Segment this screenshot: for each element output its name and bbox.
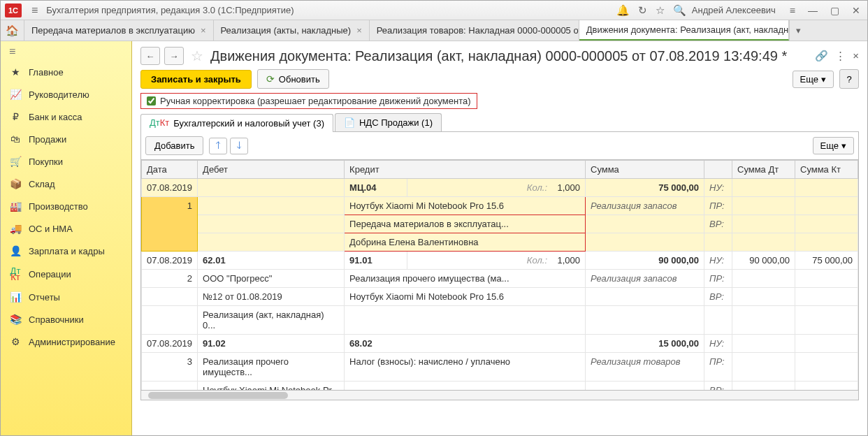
titlebar: 1C ≡ Бухгалтерия предприятия, редакция 3… xyxy=(1,1,867,20)
table-row[interactable]: Ноутбук Xiaomi Mi Notebook Pr... ВР: xyxy=(142,382,858,391)
tab-3[interactable]: Движения документа: Реализация (акт, нак… xyxy=(579,20,789,41)
page-title: Движения документа: Реализация (акт, нак… xyxy=(210,48,811,64)
person-icon: 👤 xyxy=(9,245,22,256)
tab-0[interactable]: Передача материалов в эксплуатацию× xyxy=(24,20,214,41)
inner-tab-vat[interactable]: 📄 НДС Продажи (1) xyxy=(335,113,442,131)
sidebar-item-manager[interactable]: 📈Руководителю xyxy=(1,83,131,106)
tabsbar: 🏠 Передача материалов в эксплуатацию× Ре… xyxy=(1,20,867,41)
star-icon[interactable]: ☆ xyxy=(656,4,665,17)
sidebar-item-bank[interactable]: ₽Банк и касса xyxy=(1,106,131,128)
factory-icon: 🏭 xyxy=(9,201,22,212)
sidebar-item-reports[interactable]: 📊Отчеты xyxy=(1,286,131,308)
sidebar-item-assets[interactable]: 🚚ОС и НМА xyxy=(1,217,131,240)
col-tag[interactable] xyxy=(704,161,732,179)
maximize-icon[interactable]: ▢ xyxy=(827,5,842,16)
link-icon[interactable]: 🔗 xyxy=(815,50,828,62)
sidebar-item-warehouse[interactable]: 📦Склад xyxy=(1,173,131,195)
table-row[interactable]: 2 ООО "Прогресс" Реализация прочего имущ… xyxy=(142,270,858,288)
help-button[interactable]: ? xyxy=(839,69,859,89)
close-icon[interactable]: ✕ xyxy=(849,5,863,16)
col-sum-dt[interactable]: Сумма Дт xyxy=(732,161,795,179)
col-sum-kt[interactable]: Сумма Кт xyxy=(795,161,858,179)
minimize-icon[interactable]: — xyxy=(805,5,820,16)
sidebar-item-hr[interactable]: 👤Зарплата и кадры xyxy=(1,240,131,262)
menu-icon[interactable]: ≡ xyxy=(26,4,43,17)
more-button[interactable]: Еще▾ xyxy=(793,71,834,88)
tab-1[interactable]: Реализация (акты, накладные)× xyxy=(214,20,370,41)
col-sum[interactable]: Сумма xyxy=(586,161,704,179)
sidebar-item-operations[interactable]: ДтКтОперации xyxy=(1,262,131,286)
star-icon: ★ xyxy=(9,66,22,78)
inner-tab-accounting[interactable]: ДтКт Бухгалтерский и налоговый учет (3) xyxy=(140,114,333,132)
sidebar-item-purchases[interactable]: 🛒Покупки xyxy=(1,150,131,173)
bell-icon[interactable]: 🔔 xyxy=(616,4,630,17)
dtbkt-icon: ДтКт xyxy=(150,120,169,126)
history-icon[interactable]: ↻ xyxy=(638,4,647,17)
table-row[interactable]: 07.08.2019 91.02 68.02 15 000,00 НУ: xyxy=(142,335,858,353)
manual-edit-label[interactable]: Ручная корректировка (разрешает редактир… xyxy=(160,96,471,106)
bars-icon: 📊 xyxy=(9,291,22,303)
sidebar-item-refs[interactable]: 📚Справочники xyxy=(1,308,131,330)
table-row[interactable]: Добрина Елена Валентиновна xyxy=(142,233,858,252)
back-button[interactable]: ← xyxy=(140,47,160,65)
refresh-icon: ⟳ xyxy=(266,73,275,85)
home-icon[interactable]: 🏠 xyxy=(1,20,24,41)
sidebar-item-admin[interactable]: ⚙Администрирование xyxy=(1,330,131,353)
tabs-dropdown-icon[interactable]: ▾ xyxy=(789,20,807,41)
more-icon[interactable]: ⋮ xyxy=(835,50,846,62)
manual-edit-checkbox[interactable] xyxy=(147,96,156,106)
main-area: ← → ☆ Движения документа: Реализация (ак… xyxy=(132,41,867,436)
user-label[interactable]: Андрей Алексеевич xyxy=(692,5,776,15)
forward-button[interactable]: → xyxy=(164,47,184,65)
move-down-button[interactable]: 🡓 xyxy=(230,138,248,154)
close-page-icon[interactable]: × xyxy=(853,50,859,62)
tab-2[interactable]: Реализация товаров: Накладная 0000-00000… xyxy=(370,20,579,41)
add-button[interactable]: Добавить xyxy=(145,136,203,155)
table-row[interactable]: Передача материалов в эксплуатац... ВР: xyxy=(142,215,858,233)
app-title: Бухгалтерия предприятия, редакция 3.0 (1… xyxy=(46,5,616,15)
cart-icon: 🛒 xyxy=(9,156,22,167)
tab-close-icon[interactable]: × xyxy=(201,25,206,36)
manual-edit-checkbox-row: Ручная корректировка (разрешает редактир… xyxy=(140,93,477,109)
gear-icon: ⚙ xyxy=(9,336,22,347)
dtbkt-icon: ДтКт xyxy=(9,268,22,280)
grid-more-button[interactable]: Еще▾ xyxy=(813,137,854,154)
entries-grid[interactable]: Дата Дебет Кредит Сумма Сумма Дт Сумма К… xyxy=(140,160,859,391)
hamburger-icon[interactable]: ≡ xyxy=(787,5,798,16)
table-row[interactable]: №12 от 01.08.2019 Ноутбук Xiaomi Mi Note… xyxy=(142,288,858,306)
doc-icon: 📄 xyxy=(344,117,355,128)
sidebar-toggle-icon[interactable]: ≡ xyxy=(1,45,131,61)
sidebar-item-production[interactable]: 🏭Производство xyxy=(1,195,131,217)
box-icon: 📦 xyxy=(9,178,22,189)
col-credit[interactable]: Кредит xyxy=(345,161,586,179)
sidebar-item-sales[interactable]: 🛍Продажи xyxy=(1,128,131,150)
tab-close-icon[interactable]: × xyxy=(356,25,362,36)
favorite-icon[interactable]: ☆ xyxy=(191,48,203,64)
search-icon[interactable]: 🔍 xyxy=(673,4,686,17)
save-close-button[interactable]: Записать и закрыть xyxy=(140,70,252,89)
chevron-down-icon: ▾ xyxy=(841,140,846,151)
refresh-button[interactable]: ⟳Обновить xyxy=(257,69,329,89)
ruble-icon: ₽ xyxy=(9,111,22,122)
chevron-down-icon: ▾ xyxy=(821,74,826,85)
sidebar-item-main[interactable]: ★Главное xyxy=(1,61,131,83)
truck-icon: 🚚 xyxy=(9,223,22,234)
books-icon: 📚 xyxy=(9,314,22,325)
chart-icon: 📈 xyxy=(9,89,22,100)
app-logo: 1C xyxy=(5,3,22,17)
col-date[interactable]: Дата xyxy=(142,161,198,179)
table-row[interactable]: Реализация (акт, накладная) 0... xyxy=(142,306,858,335)
move-up-button[interactable]: 🡑 xyxy=(209,138,227,154)
table-row[interactable]: 3 Реализация прочего имуществ... Налог (… xyxy=(142,353,858,382)
table-row[interactable]: 1 Ноутбук Xiaomi Mi Notebook Pro 15.6 Ре… xyxy=(142,197,858,215)
sidebar: ≡ ★Главное 📈Руководителю ₽Банк и касса 🛍… xyxy=(1,41,132,436)
col-debit[interactable]: Дебет xyxy=(198,161,345,179)
horizontal-scrollbar[interactable] xyxy=(140,391,859,400)
bag-icon: 🛍 xyxy=(9,133,22,145)
table-row[interactable]: 07.08.2019 62.01 91.01 Кол.: 1,000 90 00… xyxy=(142,252,858,270)
table-row[interactable]: 07.08.2019 МЦ.04 Кол.: 1,000 75 000,00 Н… xyxy=(142,179,858,197)
